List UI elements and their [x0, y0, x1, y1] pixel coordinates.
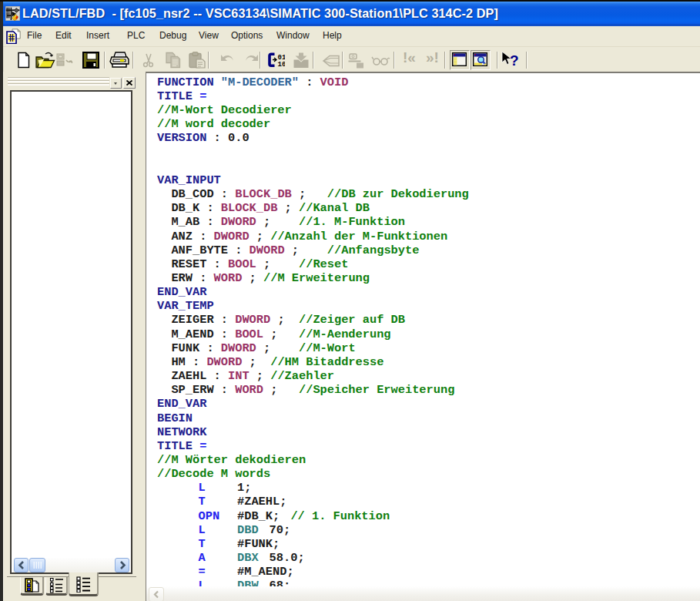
svg-text:?: ? — [510, 52, 519, 69]
svg-text:10: 10 — [278, 61, 286, 69]
